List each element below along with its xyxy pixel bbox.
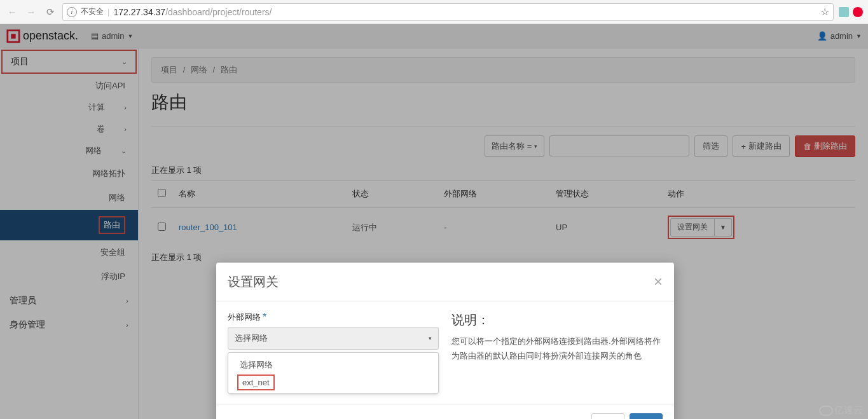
- close-icon[interactable]: ×: [654, 273, 663, 291]
- description-text: 您可以将一个指定的外部网络连接到路由器.外部网络将作为路由器的默认路由同时将扮演…: [451, 334, 663, 364]
- set-gateway-modal: 设置网关 × 外部网络 * 选择网络 ▾ 选择网络 ext_net 说明：: [216, 263, 674, 419]
- submit-button[interactable]: 提交: [630, 413, 663, 419]
- browser-bar: ← → ⟳ i 不安全 | 172.27.34.37/dashboard/pro…: [0, 0, 868, 24]
- extension-icon-2[interactable]: [853, 7, 863, 17]
- insecure-label: 不安全: [81, 6, 104, 17]
- back-button[interactable]: ←: [5, 5, 19, 19]
- external-network-select[interactable]: 选择网络 ▾: [228, 327, 439, 350]
- extension-icon-1[interactable]: [839, 7, 849, 17]
- cloud-icon: [819, 406, 833, 416]
- external-network-dropdown: 选择网络 ext_net: [228, 352, 439, 394]
- modal-title: 设置网关: [228, 273, 279, 291]
- required-icon: *: [263, 315, 266, 320]
- info-icon[interactable]: i: [67, 7, 77, 17]
- watermark: 亿速云: [819, 404, 863, 416]
- cancel-button[interactable]: 取消: [591, 413, 624, 419]
- extension-icons: [839, 7, 863, 17]
- dropdown-item-ext-net[interactable]: ext_net: [237, 374, 275, 390]
- modal-body: 外部网络 * 选择网络 ▾ 选择网络 ext_net 说明： 您可以将一个指定的…: [216, 301, 674, 404]
- chevron-down-icon: ▾: [429, 335, 432, 341]
- app-container: openstack. ▤ admin ▼ 👤 admin ▼ 项目 ⌄ 访问AP…: [0, 24, 868, 419]
- modal-header: 设置网关 ×: [216, 263, 674, 301]
- dropdown-item-placeholder[interactable]: 选择网络: [228, 355, 438, 374]
- url-bar[interactable]: i 不安全 | 172.27.34.37/dashboard/project/r…: [62, 3, 834, 21]
- field-label-external-network: 外部网络 *: [228, 312, 439, 323]
- reload-button[interactable]: ⟳: [43, 5, 57, 19]
- bookmark-star-icon[interactable]: ☆: [820, 6, 829, 18]
- forward-button[interactable]: →: [24, 5, 38, 19]
- modal-footer: 取消 提交: [216, 404, 674, 419]
- url-text: 172.27.34.37/dashboard/project/routers/: [113, 7, 272, 17]
- description-title: 说明：: [451, 312, 663, 329]
